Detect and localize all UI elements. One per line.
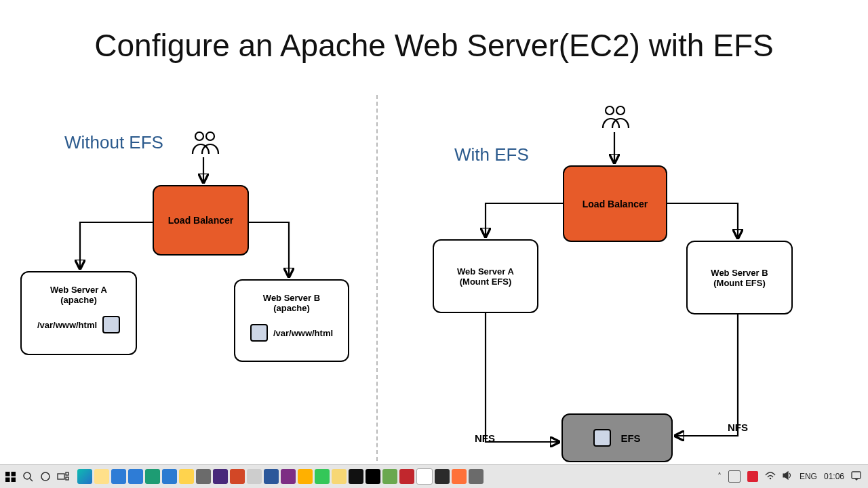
efs-label: EFS [620, 432, 640, 444]
slide-title: Configure an Apache Web Server(EC2) with… [0, 27, 868, 64]
app-generic[interactable] [196, 469, 211, 484]
taskbar-pinned-apps [77, 468, 484, 485]
server-a-path-row: /var/www/html [37, 316, 120, 333]
box-server-b-left: Web Server B (apache) /var/www/html [234, 279, 349, 362]
app-mail[interactable] [111, 469, 126, 484]
svg-point-3 [616, 106, 625, 115]
app-onenote[interactable] [281, 469, 296, 484]
box-server-b-right: Web Server B (Mount EFS) [686, 241, 793, 314]
svg-rect-15 [66, 477, 68, 480]
svg-rect-17 [852, 472, 861, 479]
label-without-efs: Without EFS [64, 132, 163, 153]
svg-point-2 [606, 106, 614, 115]
load-balancer-label: Load Balancer [583, 199, 648, 209]
tray-volume-icon[interactable] [783, 471, 793, 482]
start-button[interactable] [3, 469, 18, 484]
app-powerpoint[interactable] [230, 469, 245, 484]
server-b-sub: (apache) [273, 303, 309, 313]
load-balancer-label: Load Balancer [168, 215, 233, 226]
nfs-label-a: NFS [475, 432, 495, 444]
app-acrobat[interactable] [399, 469, 414, 484]
box-efs: EFS [561, 413, 673, 462]
svg-rect-6 [5, 472, 10, 476]
app-file-explorer[interactable] [94, 469, 109, 484]
svg-rect-14 [66, 472, 68, 475]
server-a-path: /var/www/html [37, 320, 97, 330]
app-lambda[interactable] [298, 469, 313, 484]
box-server-a-left: Web Server A (apache) /var/www/html [20, 271, 137, 355]
app-eclipse[interactable] [213, 469, 228, 484]
app-firefox[interactable] [452, 469, 467, 484]
box-load-balancer-right: Load Balancer [563, 165, 667, 242]
label-with-efs: With EFS [454, 144, 529, 165]
taskbar[interactable]: ˄ ENG 01:06 [0, 464, 868, 488]
tray-notifications-icon[interactable] [851, 471, 861, 483]
server-a-sub: (apache) [60, 295, 96, 305]
app-vscode[interactable] [162, 469, 177, 484]
server-a-name: Web Server A [457, 266, 514, 277]
app-chrome[interactable] [416, 468, 433, 485]
app-folder[interactable] [332, 469, 347, 484]
system-tray: ˄ ENG 01:06 [717, 470, 868, 483]
nfs-label-b: NFS [728, 422, 748, 433]
taskbar-left [0, 469, 71, 484]
svg-line-11 [30, 479, 33, 481]
app-word[interactable] [264, 469, 279, 484]
cortana-button[interactable] [38, 469, 53, 484]
svg-rect-8 [5, 477, 10, 482]
vertical-divider [376, 95, 378, 461]
app-pycharm[interactable] [179, 469, 194, 484]
disk-icon [250, 324, 268, 342]
app-app1[interactable] [145, 469, 160, 484]
server-b-path-row: /var/www/html [250, 324, 333, 342]
svg-rect-7 [11, 472, 16, 476]
app-green[interactable] [315, 469, 330, 484]
server-b-name: Web Server B [263, 293, 320, 303]
svg-rect-9 [11, 477, 16, 482]
svg-rect-13 [58, 474, 64, 479]
users-icon [600, 105, 631, 134]
box-load-balancer-left: Load Balancer [153, 185, 249, 256]
server-a-sub: (Mount EFS) [460, 277, 512, 287]
box-server-a-right: Web Server A (Mount EFS) [433, 239, 538, 313]
slide: Configure an Apache Web Server(EC2) with… [0, 0, 868, 488]
users-icon [190, 131, 221, 159]
search-button[interactable] [20, 469, 35, 484]
app-misc1[interactable] [247, 469, 262, 484]
disk-icon [593, 429, 611, 447]
svg-point-0 [195, 132, 203, 140]
app-jetbrains[interactable] [366, 469, 380, 484]
tray-clock[interactable]: 01:06 [824, 472, 844, 481]
app-dark[interactable] [435, 469, 450, 484]
svg-point-1 [206, 132, 214, 140]
app-terminal[interactable] [349, 469, 363, 484]
server-b-sub: (Mount EFS) [713, 278, 766, 288]
svg-point-10 [24, 472, 31, 479]
task-view-button[interactable] [56, 469, 71, 484]
tray-overflow-icon[interactable]: ˄ [717, 472, 722, 481]
app-misc2[interactable] [469, 469, 484, 484]
app-edge[interactable] [77, 469, 92, 484]
app-chip[interactable] [382, 469, 397, 484]
svg-point-12 [41, 472, 50, 481]
tray-security-icon[interactable] [747, 471, 758, 482]
server-b-path: /var/www/html [273, 328, 333, 338]
svg-point-16 [770, 477, 772, 479]
server-a-name: Web Server A [50, 285, 107, 295]
disk-icon [102, 316, 120, 333]
app-store[interactable] [128, 469, 143, 484]
tray-network-icon[interactable] [765, 472, 776, 482]
tray-language[interactable]: ENG [800, 472, 817, 481]
tray-project-icon[interactable] [728, 470, 741, 483]
server-b-name: Web Server B [711, 268, 768, 278]
